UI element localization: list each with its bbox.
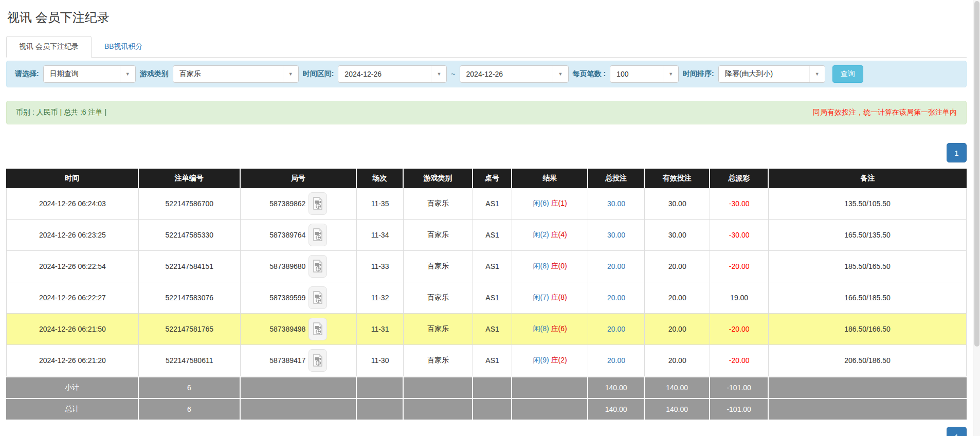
- mode-select-value: 日期查询: [44, 69, 120, 79]
- sort-select[interactable]: 降幂(由大到小) ▼: [718, 65, 825, 83]
- date-to-picker[interactable]: 2024-12-26 ▼: [460, 65, 569, 83]
- cell-time: 2024-12-26 06:24:03: [6, 188, 139, 220]
- col-time: 时间: [6, 169, 139, 188]
- cell-table-no: AS1: [473, 314, 513, 345]
- cell-result: 闲(6) 庄(1): [512, 188, 588, 220]
- video-replay-button[interactable]: [308, 255, 327, 278]
- date-from-picker[interactable]: 2024-12-26 ▼: [338, 65, 447, 83]
- cell-time: 2024-12-26 06:21:50: [6, 314, 139, 345]
- cell-remark: 185.50/165.50: [769, 251, 967, 282]
- total-total-bet: 140.00: [588, 398, 645, 420]
- cell-game-type: 百家乐: [404, 251, 473, 282]
- cell-result: 闲(7) 庄(8): [512, 282, 588, 314]
- table-row[interactable]: 2024-12-26 06:23:25 522147585330 5873897…: [6, 220, 967, 251]
- cell-game-type: 百家乐: [404, 314, 473, 345]
- table-row[interactable]: 2024-12-26 06:22:54 522147584151 5873896…: [6, 251, 967, 282]
- subtotal-label: 小计: [6, 376, 139, 398]
- video-replay-button[interactable]: [308, 318, 327, 340]
- cell-remark: 206.50/186.50: [769, 345, 967, 376]
- cell-bet-id: 522147580611: [139, 345, 241, 376]
- table-row[interactable]: 2024-12-26 06:21:20 522147580611 5873894…: [6, 345, 967, 376]
- game-type-value: 百家乐: [173, 69, 283, 79]
- cell-remark: 165.50/135.50: [769, 220, 967, 251]
- cell-total-bet[interactable]: 30.00: [588, 188, 645, 220]
- cell-total-bet[interactable]: 20.00: [588, 345, 645, 376]
- cell-result: 闲(8) 庄(0): [512, 251, 588, 282]
- video-file-icon: [313, 197, 323, 210]
- sort-select-value: 降幂(由大到小): [719, 69, 809, 79]
- scrollbar-thumb[interactable]: [974, 1, 979, 347]
- vertical-scrollbar[interactable]: [973, 0, 980, 436]
- date-from-value: 2024-12-26: [338, 70, 431, 78]
- cell-result: 闲(2) 庄(4): [512, 220, 588, 251]
- col-remark: 备注: [769, 169, 967, 188]
- total-valid-bet: 140.00: [645, 398, 710, 420]
- cell-round-id: 587389680: [241, 251, 357, 282]
- cell-time: 2024-12-26 06:21:20: [6, 345, 139, 376]
- cell-total-bet[interactable]: 20.00: [588, 251, 645, 282]
- total-payout: -101.00: [710, 398, 769, 420]
- date-to-value: 2024-12-26: [460, 70, 553, 78]
- result-banker: 庄(6): [551, 324, 567, 333]
- cell-bet-id: 522147585330: [139, 220, 241, 251]
- game-type-select[interactable]: 百家乐 ▼: [173, 65, 299, 83]
- col-session: 场次: [357, 169, 404, 188]
- result-banker: 庄(8): [551, 293, 567, 301]
- per-page-select[interactable]: 100 ▼: [610, 65, 679, 83]
- cell-valid-bet: 20.00: [645, 345, 710, 376]
- video-replay-button[interactable]: [308, 286, 327, 309]
- chevron-down-icon: ▼: [283, 66, 298, 82]
- currency-summary-text: 币别 : 人民币 | 总共 :6 注单 |: [16, 108, 106, 117]
- mode-select[interactable]: 日期查询 ▼: [43, 65, 136, 83]
- col-payout: 总派彩: [710, 169, 769, 188]
- subtotal-count: 6: [139, 376, 241, 398]
- cell-total-bet[interactable]: 20.00: [588, 282, 645, 314]
- col-bet-id: 注单编号: [139, 169, 241, 188]
- cell-game-type: 百家乐: [404, 188, 473, 220]
- chevron-down-icon: ▼: [120, 66, 135, 82]
- round-id-text: 587389599: [269, 294, 305, 302]
- search-button[interactable]: 查询: [832, 65, 863, 83]
- subtotal-row: 小计 6 140.00 140.00 -101.00: [6, 376, 967, 398]
- tab-bb-video-points[interactable]: BB视讯积分: [92, 36, 156, 58]
- page-1-button-bottom[interactable]: 1: [947, 427, 967, 436]
- round-id-text: 587389764: [269, 231, 305, 239]
- video-replay-button[interactable]: [308, 349, 327, 372]
- video-replay-button[interactable]: [308, 224, 327, 246]
- cell-time: 2024-12-26 06:23:25: [6, 220, 139, 251]
- table-row[interactable]: 2024-12-26 06:24:03 522147586700 5873898…: [6, 188, 967, 220]
- total-count: 6: [139, 398, 241, 420]
- video-file-icon: [313, 354, 323, 367]
- video-file-icon: [313, 260, 323, 273]
- per-page-label: 每页笔数 :: [573, 69, 606, 79]
- cell-table-no: AS1: [473, 188, 513, 220]
- cell-session: 11-34: [357, 220, 404, 251]
- cell-total-bet[interactable]: 30.00: [588, 220, 645, 251]
- cell-bet-id: 522147586700: [139, 188, 241, 220]
- cell-valid-bet: 20.00: [645, 314, 710, 345]
- valid-bet-notice: 同局有效投注，统一计算在该局第一张注单内: [813, 108, 957, 117]
- tab-betting-records[interactable]: 视讯 会员下注纪录: [6, 36, 92, 58]
- result-player: 闲(8): [533, 324, 549, 333]
- cell-valid-bet: 20.00: [645, 282, 710, 314]
- result-player: 闲(2): [533, 230, 549, 239]
- table-row[interactable]: 2024-12-26 06:21:50 522147581765 5873894…: [6, 314, 967, 345]
- round-id-text: 587389862: [269, 199, 305, 208]
- sort-label: 时间排序:: [683, 69, 714, 79]
- cell-game-type: 百家乐: [404, 345, 473, 376]
- page-1-button[interactable]: 1: [947, 143, 967, 162]
- cell-valid-bet: 30.00: [645, 188, 710, 220]
- col-valid-bet: 有效投注: [645, 169, 710, 188]
- pagination-top: 1: [6, 143, 967, 162]
- cell-bet-id: 522147584151: [139, 251, 241, 282]
- video-replay-button[interactable]: [308, 192, 327, 215]
- cell-payout: -20.00: [710, 314, 769, 345]
- table-row[interactable]: 2024-12-26 06:22:27 522147583076 5873895…: [6, 282, 967, 314]
- subtotal-payout: -101.00: [710, 376, 769, 398]
- cell-remark: 186.50/166.50: [769, 314, 967, 345]
- result-player: 闲(8): [533, 262, 549, 270]
- cell-round-id: 587389498: [241, 314, 357, 345]
- cell-table-no: AS1: [473, 251, 513, 282]
- cell-total-bet[interactable]: 20.00: [588, 314, 645, 345]
- betting-records-table: 时间 注单编号 局号 场次 游戏类别 桌号 结果 总投注 有效投注 总派彩 备注…: [6, 169, 967, 420]
